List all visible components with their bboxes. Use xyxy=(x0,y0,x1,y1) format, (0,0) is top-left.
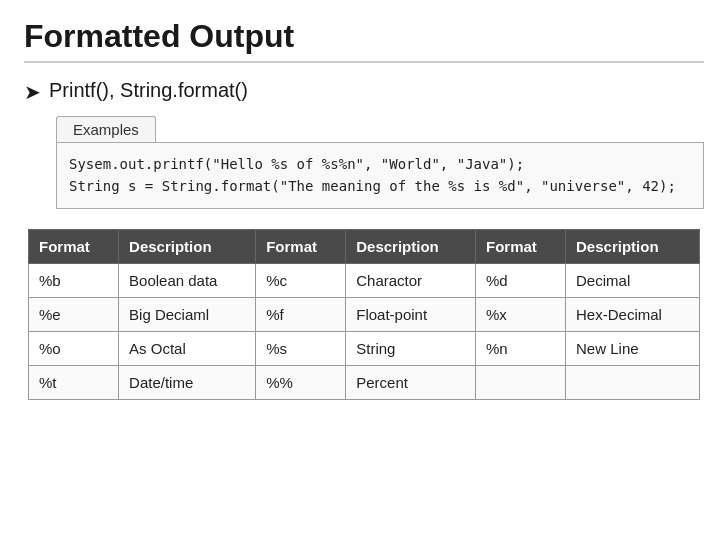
table-cell-r3-c3: Percent xyxy=(346,365,476,399)
col-header-2: Description xyxy=(119,229,256,263)
table-cell-r2-c4: %n xyxy=(475,331,565,365)
table-cell-r2-c5: New Line xyxy=(566,331,700,365)
table-cell-r2-c2: %s xyxy=(256,331,346,365)
bullet-section: ➤ Printf(), String.format() xyxy=(24,79,704,104)
table-row: %bBoolean data%cCharactor%dDecimal xyxy=(29,263,700,297)
bullet-text: Printf(), String.format() xyxy=(49,79,248,102)
page-title: Formatted Output xyxy=(24,18,704,63)
table-cell-r0-c3: Charactor xyxy=(346,263,476,297)
example-line-2: String s = String.format("The meaning of… xyxy=(69,175,691,197)
table-row: %oAs Octal%sString%nNew Line xyxy=(29,331,700,365)
col-header-4: Description xyxy=(346,229,476,263)
table-cell-r1-c2: %f xyxy=(256,297,346,331)
table-cell-r3-c5 xyxy=(566,365,700,399)
examples-tab: Examples xyxy=(56,116,156,142)
table-cell-r3-c2: %% xyxy=(256,365,346,399)
table-cell-r2-c0: %o xyxy=(29,331,119,365)
table-cell-r3-c4 xyxy=(475,365,565,399)
bullet-arrow-icon: ➤ xyxy=(24,80,41,104)
table-cell-r1-c4: %x xyxy=(475,297,565,331)
col-header-5: Format xyxy=(475,229,565,263)
table-cell-r3-c1: Date/time xyxy=(119,365,256,399)
example-line-1: Sysem.out.printf("Hello %s of %s%n", "Wo… xyxy=(69,153,691,175)
table-cell-r3-c0: %t xyxy=(29,365,119,399)
table-cell-r1-c1: Big Deciaml xyxy=(119,297,256,331)
table-row: %eBig Deciaml%fFloat-point%xHex-Decimal xyxy=(29,297,700,331)
col-header-3: Format xyxy=(256,229,346,263)
table-cell-r0-c2: %c xyxy=(256,263,346,297)
table-cell-r0-c4: %d xyxy=(475,263,565,297)
table-cell-r1-c3: Float-point xyxy=(346,297,476,331)
table-container: Format Description Format Description Fo… xyxy=(28,229,700,400)
table-cell-r0-c1: Boolean data xyxy=(119,263,256,297)
table-cell-r0-c0: %b xyxy=(29,263,119,297)
table-header-row: Format Description Format Description Fo… xyxy=(29,229,700,263)
table-row: %tDate/time%%Percent xyxy=(29,365,700,399)
format-table: Format Description Format Description Fo… xyxy=(28,229,700,400)
col-header-6: Description xyxy=(566,229,700,263)
table-cell-r1-c5: Hex-Decimal xyxy=(566,297,700,331)
examples-box: Sysem.out.printf("Hello %s of %s%n", "Wo… xyxy=(56,142,704,209)
table-cell-r1-c0: %e xyxy=(29,297,119,331)
table-cell-r2-c1: As Octal xyxy=(119,331,256,365)
col-header-1: Format xyxy=(29,229,119,263)
table-cell-r2-c3: String xyxy=(346,331,476,365)
examples-container: Examples Sysem.out.printf("Hello %s of %… xyxy=(56,116,704,209)
table-cell-r0-c5: Decimal xyxy=(566,263,700,297)
